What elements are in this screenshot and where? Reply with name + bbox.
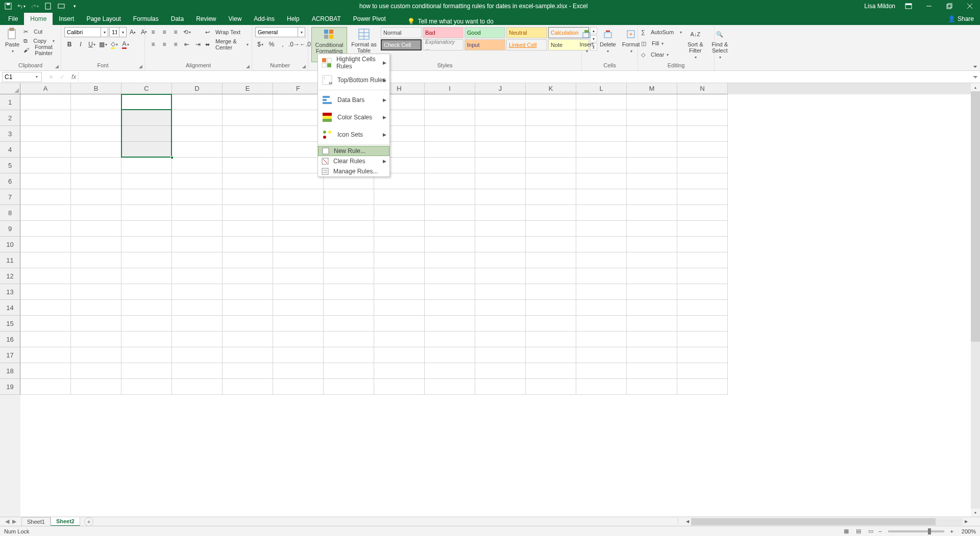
cell[interactable]: [20, 252, 71, 268]
cell[interactable]: [273, 221, 324, 237]
undo-button[interactable]: ▾: [17, 2, 26, 10]
cell[interactable]: [121, 363, 172, 379]
cell[interactable]: [121, 347, 172, 363]
cell[interactable]: [324, 237, 374, 252]
menu-top-bottom-rules[interactable]: ↑10 Top/Bottom Rules ▶: [318, 71, 389, 89]
cell[interactable]: [20, 237, 71, 252]
tab-scroll-split[interactable]: ⋮: [672, 518, 684, 525]
cell[interactable]: [475, 221, 526, 237]
horizontal-scrollbar[interactable]: ◀ ▶: [684, 518, 970, 525]
cell[interactable]: [425, 205, 475, 221]
cell[interactable]: [627, 252, 677, 268]
cell[interactable]: [20, 142, 71, 158]
cell[interactable]: [374, 363, 425, 379]
cell[interactable]: [71, 347, 121, 363]
scroll-left-button[interactable]: ◀: [684, 518, 691, 525]
cell[interactable]: [425, 268, 475, 284]
maximize-button[interactable]: [942, 1, 957, 11]
row-header-14[interactable]: 14: [0, 300, 20, 316]
cell[interactable]: [425, 379, 475, 395]
cell[interactable]: [273, 363, 324, 379]
customize-qat[interactable]: ▾: [70, 2, 79, 10]
italic-button[interactable]: I: [76, 39, 86, 49]
cell[interactable]: [677, 316, 728, 331]
enter-formula-button[interactable]: ✓: [58, 73, 66, 81]
menu-icon-sets[interactable]: Icon Sets ▶: [318, 126, 389, 143]
cell[interactable]: [627, 158, 677, 173]
cell[interactable]: [677, 252, 728, 268]
cell[interactable]: [425, 331, 475, 347]
add-sheet-button[interactable]: +: [84, 517, 93, 526]
row-header-7[interactable]: 7: [0, 189, 20, 205]
cell[interactable]: [273, 316, 324, 331]
cell[interactable]: [172, 110, 223, 126]
cell[interactable]: [121, 331, 172, 347]
cell[interactable]: [526, 316, 576, 331]
cell[interactable]: [475, 347, 526, 363]
cell[interactable]: [20, 126, 71, 142]
row-header-15[interactable]: 15: [0, 316, 20, 331]
style-bad[interactable]: Bad: [423, 27, 463, 38]
cell[interactable]: [576, 237, 627, 252]
column-header-D[interactable]: D: [172, 83, 223, 94]
view-page-break-button[interactable]: ▭: [865, 527, 876, 535]
cell[interactable]: [71, 189, 121, 205]
column-header-M[interactable]: M: [627, 83, 677, 94]
cell[interactable]: [121, 158, 172, 173]
cell[interactable]: [576, 142, 627, 158]
cell[interactable]: [223, 94, 273, 110]
sheet-nav-next[interactable]: ▶: [12, 518, 16, 525]
menu-manage-rules[interactable]: Manage Rules...: [318, 166, 389, 176]
cell[interactable]: [475, 173, 526, 189]
sheet-nav-prev[interactable]: ◀: [5, 518, 9, 525]
find-select-button[interactable]: 🔍Find & Select▾: [708, 27, 731, 61]
cell[interactable]: [324, 316, 374, 331]
cell[interactable]: [172, 379, 223, 395]
cell[interactable]: [71, 252, 121, 268]
autosum-button[interactable]: ∑ AutoSum ▾: [641, 27, 682, 37]
cell[interactable]: [20, 331, 71, 347]
cell[interactable]: [627, 94, 677, 110]
cell[interactable]: [223, 158, 273, 173]
cell[interactable]: [425, 173, 475, 189]
cell[interactable]: [20, 347, 71, 363]
row-header-2[interactable]: 2: [0, 110, 20, 126]
cell[interactable]: [172, 158, 223, 173]
font-dialog-launcher[interactable]: ◢: [137, 63, 143, 69]
cell[interactable]: [374, 300, 425, 316]
cell[interactable]: [223, 268, 273, 284]
cell[interactable]: [526, 237, 576, 252]
row-header-16[interactable]: 16: [0, 331, 20, 347]
underline-button[interactable]: U▾: [87, 39, 97, 49]
cell[interactable]: [526, 252, 576, 268]
cell[interactable]: [475, 252, 526, 268]
cell[interactable]: [172, 237, 223, 252]
cell[interactable]: [627, 379, 677, 395]
cell[interactable]: [576, 221, 627, 237]
cell[interactable]: [627, 268, 677, 284]
menu-highlight-cells-rules[interactable]: Highlight Cells Rules ▶: [318, 54, 389, 71]
name-box-dropdown[interactable]: ▾: [33, 74, 40, 79]
cell[interactable]: [121, 252, 172, 268]
cell[interactable]: [576, 126, 627, 142]
view-normal-button[interactable]: ▦: [841, 527, 852, 535]
cell[interactable]: [172, 284, 223, 300]
increase-font-button[interactable]: A▴: [128, 27, 138, 37]
cell[interactable]: [475, 363, 526, 379]
cell[interactable]: [223, 237, 273, 252]
redo-button[interactable]: ▾: [31, 2, 39, 10]
cell[interactable]: [121, 237, 172, 252]
zoom-level[interactable]: 200%: [955, 528, 976, 534]
align-left-button[interactable]: ≡: [148, 39, 158, 49]
cell[interactable]: [526, 221, 576, 237]
cell[interactable]: [71, 379, 121, 395]
cell[interactable]: [71, 363, 121, 379]
formula-bar-input[interactable]: [78, 72, 971, 82]
cell[interactable]: [677, 142, 728, 158]
cell[interactable]: [273, 347, 324, 363]
cell[interactable]: [576, 110, 627, 126]
cell[interactable]: [172, 316, 223, 331]
ribbon-display-options[interactable]: [901, 1, 916, 11]
cell[interactable]: [71, 316, 121, 331]
cell[interactable]: [526, 300, 576, 316]
